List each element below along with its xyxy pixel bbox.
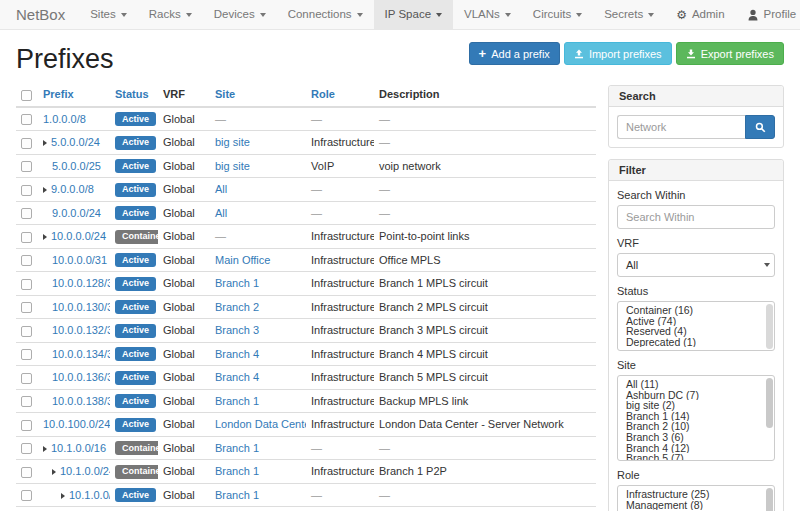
prefix-link[interactable]: 9.0.0.0/24 <box>52 207 101 219</box>
vrf-select[interactable]: All <box>617 253 775 277</box>
row-checkbox[interactable] <box>21 302 32 313</box>
site-link[interactable]: Main Office <box>215 254 270 266</box>
nav-item-racks[interactable]: Racks <box>138 0 203 29</box>
prefix-link[interactable]: 10.1.0.0/25 <box>69 489 110 501</box>
prefix-link[interactable]: 10.0.100.0/24 <box>43 418 110 430</box>
add-prefix-button[interactable]: + Add a prefix <box>469 42 560 65</box>
prefix-link[interactable]: 10.1.0.0/24 <box>60 465 110 477</box>
listbox-option[interactable]: Branch 3 (6) <box>618 432 774 443</box>
brand-logo[interactable]: NetBox <box>12 0 79 29</box>
row-checkbox[interactable] <box>21 443 32 454</box>
scrollbar-thumb[interactable] <box>766 378 773 428</box>
nav-item-ip-space[interactable]: IP Space <box>374 0 453 29</box>
expand-caret-icon[interactable] <box>43 140 47 146</box>
listbox-option[interactable]: Reserved (4) <box>618 326 774 337</box>
listbox-option[interactable]: Container (16) <box>618 305 774 316</box>
vrf-cell: Global <box>158 154 210 178</box>
column-header-site[interactable]: Site <box>210 85 306 107</box>
site-link[interactable]: Branch 1 <box>215 465 259 477</box>
row-checkbox[interactable] <box>21 279 32 290</box>
listbox-option[interactable]: Branch 1 (14) <box>618 411 774 422</box>
expand-caret-icon[interactable] <box>61 493 65 499</box>
status-listbox[interactable]: Container (16)Active (74)Reserved (4)Dep… <box>617 301 775 351</box>
prefix-link[interactable]: 10.0.0.132/31 <box>52 324 110 336</box>
nav-item-admin[interactable]: ⚙ Admin <box>665 0 735 29</box>
prefix-link[interactable]: 9.0.0.0/8 <box>51 183 94 195</box>
listbox-option[interactable]: Management (8) <box>618 500 774 511</box>
site-link[interactable]: Branch 1 <box>215 489 259 501</box>
row-checkbox[interactable] <box>21 114 32 125</box>
row-checkbox[interactable] <box>21 490 32 501</box>
listbox-option[interactable]: big site (2) <box>618 400 774 411</box>
listbox-option[interactable]: Branch 4 (12) <box>618 443 774 454</box>
site-link[interactable]: All <box>215 207 227 219</box>
row-checkbox[interactable] <box>21 467 32 478</box>
site-link[interactable]: London Data Center <box>215 418 306 430</box>
row-checkbox[interactable] <box>21 420 32 431</box>
role-listbox[interactable]: Infrastructure (25)Management (8)Private… <box>617 485 775 511</box>
row-checkbox[interactable] <box>21 349 32 360</box>
expand-caret-icon[interactable] <box>43 187 47 193</box>
select-all-checkbox[interactable] <box>21 90 32 101</box>
expand-caret-icon[interactable] <box>43 446 47 452</box>
site-link[interactable]: big site <box>215 136 250 148</box>
site-listbox[interactable]: All (11)Ashburn DC (7)big site (2)Branch… <box>617 375 775 461</box>
prefix-link[interactable]: 1.0.0.0/8 <box>43 113 86 125</box>
scrollbar-thumb[interactable] <box>766 488 773 511</box>
import-prefixes-button[interactable]: Import prefixes <box>564 42 672 65</box>
row-checkbox[interactable] <box>21 138 32 149</box>
row-checkbox[interactable] <box>21 373 32 384</box>
site-link[interactable]: big site <box>215 160 250 172</box>
row-checkbox[interactable] <box>21 185 32 196</box>
site-link[interactable]: Branch 1 <box>215 277 259 289</box>
site-link[interactable]: Branch 1 <box>215 395 259 407</box>
column-header-prefix[interactable]: Prefix <box>38 85 110 107</box>
site-link[interactable]: Branch 2 <box>215 301 259 313</box>
nav-item-profile[interactable]: Profile <box>736 0 800 29</box>
prefix-link[interactable]: 10.0.0.0/24 <box>51 230 106 242</box>
nav-item-connections[interactable]: Connections <box>277 0 374 29</box>
prefix-link[interactable]: 10.1.0.0/16 <box>51 442 106 454</box>
prefix-link[interactable]: 5.0.0.0/25 <box>52 160 101 172</box>
listbox-option[interactable]: Deprecated (1) <box>618 337 774 348</box>
expand-caret-icon[interactable] <box>43 234 47 240</box>
row-checkbox[interactable] <box>21 232 32 243</box>
nav-item-vlans[interactable]: VLANs <box>453 0 522 29</box>
status-badge: Active <box>115 136 156 150</box>
listbox-option[interactable]: Active (74) <box>618 316 774 327</box>
row-checkbox[interactable] <box>21 396 32 407</box>
site-link[interactable]: Branch 4 <box>215 348 259 360</box>
prefix-link[interactable]: 10.0.0.134/31 <box>52 348 110 360</box>
site-link[interactable]: All <box>215 183 227 195</box>
site-link[interactable]: Branch 3 <box>215 324 259 336</box>
nav-item-secrets[interactable]: Secrets <box>593 0 665 29</box>
scrollbar-thumb[interactable] <box>766 304 773 349</box>
export-prefixes-button[interactable]: Export prefixes <box>676 42 784 65</box>
listbox-option[interactable]: Infrastructure (25) <box>618 489 774 500</box>
prefix-link[interactable]: 10.0.0.0/31 <box>52 254 107 266</box>
nav-item-circuits[interactable]: Circuits <box>522 0 593 29</box>
prefix-link[interactable]: 10.0.0.130/31 <box>52 301 110 313</box>
listbox-option[interactable]: Ashburn DC (7) <box>618 390 774 401</box>
nav-item-sites[interactable]: Sites <box>79 0 138 29</box>
row-checkbox[interactable] <box>21 326 32 337</box>
search-within-input[interactable] <box>617 205 775 229</box>
site-link[interactable]: Branch 1 <box>215 442 259 454</box>
column-header-role[interactable]: Role <box>306 85 374 107</box>
search-button[interactable] <box>745 115 775 139</box>
prefix-link[interactable]: 10.0.0.138/31 <box>52 395 110 407</box>
expand-caret-icon[interactable] <box>52 469 56 475</box>
listbox-option[interactable]: All (11) <box>618 379 774 390</box>
search-input[interactable] <box>617 115 745 139</box>
prefix-link[interactable]: 10.0.0.136/31 <box>52 371 110 383</box>
row-checkbox[interactable] <box>21 208 32 219</box>
listbox-option[interactable]: Branch 2 (10) <box>618 421 774 432</box>
nav-item-devices[interactable]: Devices <box>203 0 277 29</box>
column-header-status[interactable]: Status <box>110 85 158 107</box>
prefix-link[interactable]: 5.0.0.0/24 <box>51 136 100 148</box>
prefix-link[interactable]: 10.0.0.128/31 <box>52 277 110 289</box>
row-checkbox[interactable] <box>21 161 32 172</box>
row-checkbox[interactable] <box>21 255 32 266</box>
listbox-option[interactable]: Branch 5 (7) <box>618 453 774 461</box>
site-link[interactable]: Branch 4 <box>215 371 259 383</box>
